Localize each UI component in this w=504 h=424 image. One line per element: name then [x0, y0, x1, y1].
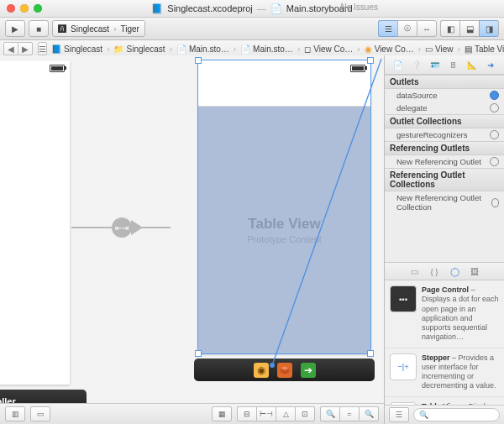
editor-mode-selector[interactable]: ☰ ⦾ ↔ [378, 20, 437, 37]
outlet-port-icon[interactable] [491, 198, 499, 207]
jump-seg-5[interactable]: ◉ View Co… [362, 44, 417, 54]
standard-editor-button[interactable]: ☰ [378, 20, 397, 37]
toggle-utilities-button[interactable]: ◨ [479, 20, 499, 37]
segue-icon: ⇤⇥ [112, 217, 132, 238]
library-tab-bar: ▭ { } ◯ 🖼 [385, 262, 504, 280]
zoom-in-button[interactable]: 🔍 [359, 406, 379, 421]
connections-inspector-tab[interactable]: ➜ [485, 59, 496, 71]
object-library[interactable]: ••• Page Control – Displays a dot for ea… [385, 280, 504, 405]
outlets-header: Outlets [385, 75, 504, 89]
run-button[interactable]: ▶ [5, 20, 25, 37]
xcode-window: 📘 Singlecast.xcodeproj — 📄 Main.storyboa… [0, 0, 504, 424]
jump-back-button[interactable]: ◀ [3, 42, 18, 55]
right-scene-dock[interactable]: ◉ ➔ [194, 359, 375, 381]
outlet-new-ref[interactable]: New Referencing Outlet [385, 155, 504, 168]
toolbar: ▶ ■ 🅰 Singlecast › Tiger ☰ ⦾ ↔ ◧ ⬓ ◨ [0, 18, 504, 40]
code-snippet-tab[interactable]: { } [428, 265, 440, 277]
object-library-tab[interactable]: ◯ [449, 265, 460, 277]
jump-seg-7[interactable]: ▤ Table View [462, 44, 504, 54]
jump-forward-button[interactable]: ▶ [18, 42, 33, 55]
toggle-debug-button[interactable]: ⬓ [459, 20, 479, 37]
toggle-navigator-button[interactable]: ◧ [440, 20, 459, 37]
outlet-new-ref-coll[interactable]: New Referencing Outlet Collection [385, 191, 504, 213]
exit-icon[interactable]: ➔ [301, 363, 316, 378]
right-view-controller[interactable]: Table View Prototype Content [198, 60, 370, 353]
outlet-delegate[interactable]: delegate [385, 102, 504, 114]
scheme-selector[interactable]: 🅰 Singlecast › Tiger [52, 20, 145, 37]
first-responder-icon[interactable] [277, 363, 292, 378]
library-footer: ☰ 🔍 [385, 405, 504, 424]
outlet-port-icon[interactable] [490, 157, 499, 166]
file-template-tab[interactable]: ▭ [408, 265, 420, 277]
related-items-button[interactable]: ☰ [38, 42, 47, 55]
scheme-name: Singlecast [71, 24, 109, 34]
quick-help-tab[interactable]: ❔ [411, 59, 423, 71]
page-control-icon: ••• [390, 285, 417, 312]
align-button[interactable]: ⊟ [237, 406, 256, 421]
lib-item-stepper[interactable]: −|+ Stepper – Provides a user interface … [385, 348, 504, 397]
utilities-panel: 📄 ❔ 🪪 🎚 📐 ➜ Outlets dataSource delegate … [384, 55, 504, 424]
lib-item-table-view[interactable]: ☰ Table View – Displays data in a list o… [385, 397, 504, 406]
titlebar: 📘 Singlecast.xcodeproj — 📄 Main.storyboa… [0, 0, 504, 18]
minimize-icon[interactable] [20, 4, 29, 13]
resolve-button[interactable]: △ [276, 406, 295, 421]
constraint-tools: ⊟ ⊢⊣ △ ⊡ [237, 406, 315, 421]
navigation-bar-placeholder[interactable] [198, 76, 370, 107]
jump-seg-1[interactable]: 📁 Singlecast [111, 44, 167, 54]
inspector-tab-bar: 📄 ❔ 🪪 🎚 📐 ➜ [385, 55, 504, 75]
outline-toggle-button[interactable]: ▥ [5, 406, 25, 421]
zoom-out-button[interactable]: 🔍 [320, 406, 339, 421]
battery-icon [350, 65, 365, 72]
panel-visibility-selector[interactable]: ◧ ⬓ ◨ [440, 20, 499, 37]
view-controller-icon[interactable]: ◉ [254, 363, 269, 378]
xcode-project-icon: 📘 [151, 3, 163, 14]
version-editor-button[interactable]: ↔ [417, 20, 437, 37]
stepper-icon: −|+ [390, 353, 417, 380]
jump-seg-3[interactable]: 📄 Main.sto… [238, 44, 296, 54]
jump-seg-6[interactable]: ▭ View [423, 44, 456, 54]
ref-outlet-collections-header: Referencing Outlet Collections [385, 168, 504, 191]
zoom-actual-button[interactable]: = [339, 406, 359, 421]
status-bar-right [198, 60, 370, 76]
close-icon[interactable] [7, 4, 15, 13]
table-view-title: Table View [248, 216, 320, 233]
pin-button[interactable]: ⊢⊣ [256, 406, 276, 421]
ref-outlets-header: Referencing Outlets [385, 141, 504, 155]
connections-inspector: Outlets dataSource delegate Outlet Colle… [385, 75, 504, 262]
file-inspector-tab[interactable]: 📄 [392, 59, 404, 71]
size-inspector-tab[interactable]: 📐 [466, 59, 478, 71]
outlet-port-icon[interactable] [490, 91, 499, 100]
title-project: Singlecast.xcodeproj [167, 3, 253, 13]
stop-button[interactable]: ■ [29, 20, 49, 37]
jump-seg-2[interactable]: 📄 Main.sto… [174, 44, 232, 54]
jump-seg-0[interactable]: 📘 Singlecast [49, 44, 105, 54]
attributes-inspector-tab[interactable]: 🎚 [448, 59, 459, 71]
library-search-input[interactable]: 🔍 [413, 408, 500, 421]
table-view-subtitle: Prototype Content [247, 234, 322, 244]
any-any-button[interactable]: ▦ [212, 406, 232, 421]
outlet-port-icon[interactable] [490, 130, 499, 139]
segue-arrow[interactable]: ⇤⇥ [71, 217, 143, 238]
outlet-datasource[interactable]: dataSource [385, 89, 504, 102]
left-view-controller[interactable]: n Controller [0, 60, 70, 385]
jump-seg-4[interactable]: ◻ View Co… [302, 44, 355, 54]
resize-button[interactable]: ⊡ [295, 406, 315, 421]
identity-inspector-tab[interactable]: 🪪 [429, 59, 441, 71]
media-library-tab[interactable]: 🖼 [469, 265, 480, 277]
outlet-port-icon[interactable] [490, 103, 499, 113]
table-view[interactable]: Table View Prototype Content [198, 107, 370, 353]
storyboard-icon: 📄 [270, 3, 282, 14]
scheme-dest: Tiger [120, 24, 139, 34]
zoom-tools: 🔍 = 🔍 [320, 406, 379, 421]
canvas-footer-bar: ▥ ▭ ▦ ⊟ ⊢⊣ △ ⊡ 🔍 = 🔍 [0, 403, 384, 424]
assistant-editor-button[interactable]: ⦾ [397, 20, 417, 37]
app-icon: 🅰 [58, 24, 66, 34]
status-no-issues: No Issues [341, 3, 378, 12]
content-area: n Controller n Controller ⇤⇥ Table View … [0, 55, 504, 424]
storyboard-canvas[interactable]: n Controller n Controller ⇤⇥ Table View … [0, 55, 384, 424]
zoom-icon[interactable] [34, 4, 42, 13]
lib-item-page-control[interactable]: ••• Page Control – Displays a dot for ea… [385, 280, 504, 348]
document-outline-button[interactable]: ▭ [30, 406, 50, 421]
outlet-gesture[interactable]: gestureRecognizers [385, 128, 504, 141]
library-view-mode-button[interactable]: ☰ [389, 407, 409, 422]
